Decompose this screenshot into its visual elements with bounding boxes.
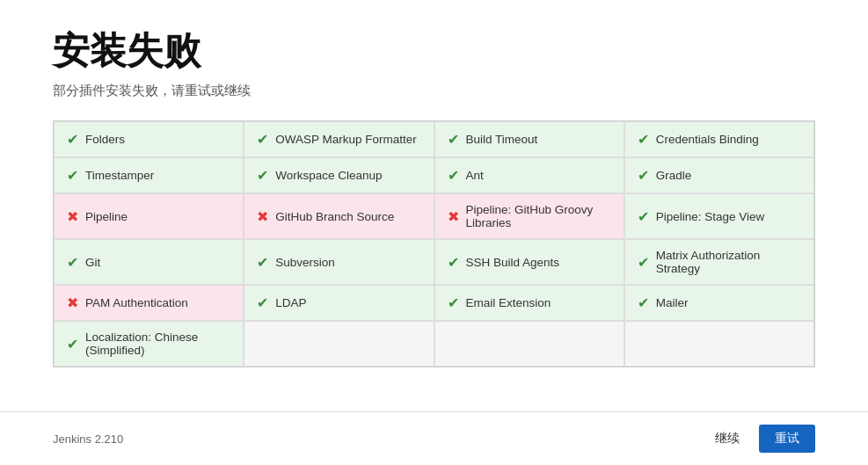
plugin-cell <box>434 321 624 367</box>
plugin-cell <box>244 321 434 367</box>
check-icon: ✔ <box>638 254 649 271</box>
plugin-name: Mailer <box>656 296 689 309</box>
plugin-cell: ✔Timestamper <box>54 157 244 193</box>
plugin-cell: ✔Email Extension <box>434 285 624 321</box>
plugin-cell: ✔OWASP Markup Formatter <box>244 121 434 157</box>
plugin-cell: ✔Folders <box>54 121 244 157</box>
plugin-cell: ✔Matrix Authorization Strategy <box>624 239 814 285</box>
plugin-name: Gradle <box>656 169 692 182</box>
plugin-name: OWASP Markup Formatter <box>275 133 417 146</box>
plugin-cell: ✔Mailer <box>624 285 814 321</box>
plugin-cell: ✔Build Timeout <box>434 121 624 157</box>
check-icon: ✔ <box>257 167 268 184</box>
plugin-cell: ✖Pipeline: GitHub Groovy Libraries <box>434 193 624 239</box>
plugin-grid: ✔Folders✔OWASP Markup Formatter✔Build Ti… <box>53 120 815 367</box>
plugin-cell: ✔SSH Build Agents <box>434 239 624 285</box>
plugin-name: Pipeline: Stage View <box>656 210 765 223</box>
page-title: 安装失败 <box>53 26 815 76</box>
plugin-cell: ✖GitHub Branch Source <box>244 193 434 239</box>
plugin-cell: ✔Pipeline: Stage View <box>624 193 814 239</box>
plugin-cell: ✔Localization: Chinese (Simplified) <box>54 321 244 367</box>
plugin-cell: ✔Git <box>54 239 244 285</box>
plugin-name: Folders <box>85 133 125 146</box>
plugin-cell: ✖Pipeline <box>54 193 244 239</box>
check-icon: ✔ <box>638 208 649 225</box>
check-icon: ✔ <box>257 131 268 148</box>
check-icon: ✔ <box>67 336 78 352</box>
main-content: 安装失败 部分插件安装失败，请重试或继续 ✔Folders✔OWASP Mark… <box>0 0 868 411</box>
plugin-name: SSH Build Agents <box>466 256 560 269</box>
plugin-cell: ✔Workspace Cleanup <box>244 157 434 193</box>
footer-actions: 继续 重试 <box>706 425 815 453</box>
plugin-name: LDAP <box>275 296 306 309</box>
plugin-name: Workspace Cleanup <box>275 169 382 182</box>
plugin-name: Timestamper <box>85 169 154 182</box>
check-icon: ✔ <box>257 294 268 311</box>
check-icon: ✔ <box>67 254 78 271</box>
cross-icon: ✖ <box>67 294 78 311</box>
plugin-cell <box>624 321 814 367</box>
check-icon: ✔ <box>638 167 649 184</box>
check-icon: ✔ <box>638 294 649 311</box>
check-icon: ✔ <box>638 131 649 148</box>
plugin-name: Git <box>85 256 100 269</box>
plugin-name: Matrix Authorization Strategy <box>656 249 801 275</box>
plugin-name: Subversion <box>275 256 335 269</box>
plugin-name: Localization: Chinese (Simplified) <box>85 331 230 357</box>
check-icon: ✔ <box>448 294 459 311</box>
plugin-name: Ant <box>466 169 484 182</box>
check-icon: ✔ <box>448 131 459 148</box>
plugin-name: Credentials Binding <box>656 133 759 146</box>
plugin-name: GitHub Branch Source <box>275 210 394 223</box>
subtitle: 部分插件安装失败，请重试或继续 <box>53 83 815 99</box>
plugin-name: Build Timeout <box>466 133 538 146</box>
plugin-name: Pipeline: GitHub Groovy Libraries <box>466 203 611 229</box>
check-icon: ✔ <box>257 254 268 271</box>
page-wrapper: 安装失败 部分插件安装失败，请重试或继续 ✔Folders✔OWASP Mark… <box>0 0 868 465</box>
continue-button[interactable]: 继续 <box>706 425 748 453</box>
plugin-cell: ✔Ant <box>434 157 624 193</box>
plugin-cell: ✔Subversion <box>244 239 434 285</box>
check-icon: ✔ <box>448 254 459 271</box>
check-icon: ✔ <box>67 131 78 148</box>
check-icon: ✔ <box>448 167 459 184</box>
footer-version: Jenkins 2.210 <box>53 432 123 446</box>
check-icon: ✔ <box>67 167 78 184</box>
plugin-name: Pipeline <box>85 210 128 223</box>
cross-icon: ✖ <box>257 208 268 225</box>
cross-icon: ✖ <box>448 208 459 225</box>
plugin-name: PAM Authentication <box>85 296 188 309</box>
retry-button[interactable]: 重试 <box>759 425 815 453</box>
plugin-cell: ✖PAM Authentication <box>54 285 244 321</box>
plugin-cell: ✔Gradle <box>624 157 814 193</box>
plugin-cell: ✔LDAP <box>244 285 434 321</box>
footer: Jenkins 2.210 继续 重试 <box>0 411 868 465</box>
plugin-cell: ✔Credentials Binding <box>624 121 814 157</box>
cross-icon: ✖ <box>67 208 78 225</box>
plugin-name: Email Extension <box>466 296 551 309</box>
